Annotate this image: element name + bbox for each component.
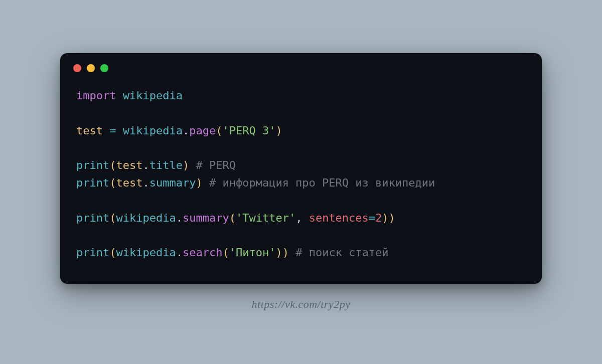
maximize-icon[interactable] [100,64,108,72]
minimize-icon[interactable] [87,64,95,72]
dot: . [183,124,189,137]
builtin-print: print [76,159,109,171]
attribute: title [149,159,183,171]
string-literal: 'Twitter' [236,212,295,224]
variable: test [116,176,142,189]
close-icon[interactable] [73,64,81,72]
dot: . [176,246,183,259]
paren: ( [109,159,116,171]
module-name: wikipedia [123,124,183,137]
attribute: summary [149,176,196,189]
footer-link[interactable]: https://vk.com/try2py [252,298,351,311]
paren: ) [196,176,202,189]
paren: ( [109,176,116,189]
dot: . [142,176,149,189]
module-name: wikipedia [123,89,183,102]
window-titlebar [60,53,542,77]
method-name: search [183,246,222,259]
comment: # поиск статей [295,246,388,259]
module-name: wikipedia [116,246,176,259]
comment: # информация про PERQ из википедии [209,176,435,189]
variable: test [116,159,142,171]
paren: ( [222,246,229,259]
code-block: import wikipedia test = wikipedia.page('… [60,77,542,284]
paren: ( [109,212,116,224]
paren: ( [229,212,236,224]
code-window: import wikipedia test = wikipedia.page('… [60,53,542,284]
comma: , [295,212,309,224]
operator: = [369,212,375,224]
method-name: page [189,124,216,137]
paren: ) [389,212,395,224]
keyword-import: import [76,89,116,102]
string-literal: 'Питон' [229,246,276,259]
keyword-arg: sentences [309,212,369,224]
string-literal: 'PERQ 3' [222,124,275,137]
builtin-print: print [76,246,109,259]
dot: . [142,159,149,171]
paren: ) [183,159,189,171]
method-name: summary [183,212,229,224]
builtin-print: print [76,176,109,189]
paren: ) [282,246,289,259]
paren: ) [275,246,282,259]
operator: = [109,124,116,137]
paren: ) [275,124,282,137]
variable: test [76,124,103,137]
paren: ( [216,124,222,137]
paren: ) [382,212,388,224]
paren: ( [109,246,116,259]
comment: # PERQ [196,159,235,171]
module-name: wikipedia [116,212,176,224]
builtin-print: print [76,212,109,224]
dot: . [176,212,183,224]
number-literal: 2 [375,212,382,224]
